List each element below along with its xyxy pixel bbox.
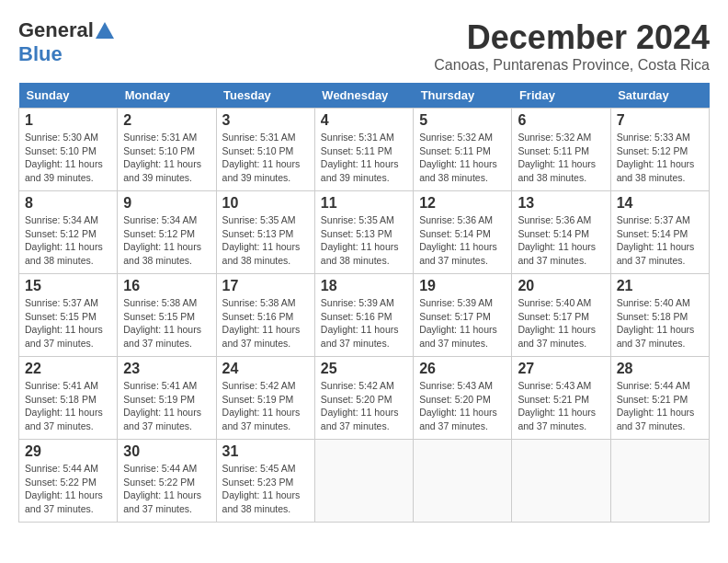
- day-number: 8: [25, 195, 111, 212]
- day-number: 9: [123, 195, 210, 212]
- day-info: Sunrise: 5:37 AM Sunset: 5:14 PM Dayligh…: [617, 213, 703, 268]
- svg-marker-0: [96, 22, 114, 39]
- day-number: 22: [25, 361, 111, 377]
- header-monday: Monday: [118, 83, 216, 109]
- day-info: Sunrise: 5:36 AM Sunset: 5:14 PM Dayligh…: [419, 213, 506, 268]
- day-number: 3: [222, 112, 309, 129]
- day-info: Sunrise: 5:43 AM Sunset: 5:20 PM Dayligh…: [419, 379, 506, 433]
- day-number: 25: [321, 361, 407, 377]
- day-info: Sunrise: 5:31 AM Sunset: 5:11 PM Dayligh…: [321, 131, 407, 185]
- day-number: 31: [222, 443, 309, 460]
- day-info: Sunrise: 5:44 AM Sunset: 5:22 PM Dayligh…: [25, 462, 111, 516]
- day-cell-5: 5 Sunrise: 5:32 AM Sunset: 5:11 PM Dayli…: [414, 109, 512, 191]
- day-info: Sunrise: 5:35 AM Sunset: 5:13 PM Dayligh…: [321, 213, 407, 268]
- day-number: 2: [123, 112, 210, 129]
- day-info: Sunrise: 5:44 AM Sunset: 5:22 PM Dayligh…: [123, 462, 210, 516]
- day-number: 13: [518, 195, 604, 212]
- title-area: December 2024 Canoas, Puntarenas Provinc…: [434, 18, 710, 74]
- day-number: 16: [123, 278, 210, 294]
- day-cell-1: 1 Sunrise: 5:30 AM Sunset: 5:10 PM Dayli…: [19, 109, 118, 191]
- day-info: Sunrise: 5:43 AM Sunset: 5:21 PM Dayligh…: [518, 379, 604, 433]
- day-cell-21: 21 Sunrise: 5:40 AM Sunset: 5:18 PM Dayl…: [610, 274, 709, 357]
- day-info: Sunrise: 5:34 AM Sunset: 5:12 PM Dayligh…: [123, 213, 210, 268]
- day-number: 1: [25, 112, 111, 129]
- day-info: Sunrise: 5:39 AM Sunset: 5:16 PM Dayligh…: [321, 296, 407, 350]
- day-cell-23: 23 Sunrise: 5:41 AM Sunset: 5:19 PM Dayl…: [118, 357, 216, 440]
- day-cell-7: 7 Sunrise: 5:33 AM Sunset: 5:12 PM Dayli…: [610, 109, 709, 191]
- day-number: 21: [617, 278, 703, 294]
- day-cell-19: 19 Sunrise: 5:39 AM Sunset: 5:17 PM Dayl…: [414, 274, 512, 357]
- day-info: Sunrise: 5:42 AM Sunset: 5:20 PM Dayligh…: [321, 379, 407, 433]
- day-cell-13: 13 Sunrise: 5:36 AM Sunset: 5:14 PM Dayl…: [512, 191, 610, 274]
- logo-icon: [96, 22, 114, 39]
- page-header: General Blue December 2024 Canoas, Punta…: [18, 18, 710, 74]
- day-cell-26: 26 Sunrise: 5:43 AM Sunset: 5:20 PM Dayl…: [414, 357, 512, 440]
- header-wednesday: Wednesday: [314, 83, 413, 109]
- day-number: 15: [25, 278, 111, 294]
- day-info: Sunrise: 5:41 AM Sunset: 5:18 PM Dayligh…: [25, 379, 111, 433]
- day-number: 17: [222, 278, 309, 294]
- day-cell-8: 8 Sunrise: 5:34 AM Sunset: 5:12 PM Dayli…: [19, 191, 118, 274]
- day-cell-20: 20 Sunrise: 5:40 AM Sunset: 5:17 PM Dayl…: [512, 274, 610, 357]
- empty-cell: [610, 440, 709, 523]
- logo-general-text: General: [18, 18, 94, 42]
- day-info: Sunrise: 5:32 AM Sunset: 5:11 PM Dayligh…: [518, 131, 604, 185]
- day-number: 23: [123, 361, 210, 377]
- month-year-title: December 2024: [434, 18, 710, 57]
- day-info: Sunrise: 5:37 AM Sunset: 5:15 PM Dayligh…: [25, 296, 111, 350]
- empty-cell: [414, 440, 512, 523]
- calendar-table: Sunday Monday Tuesday Wednesday Thursday…: [18, 83, 710, 523]
- location-subtitle: Canoas, Puntarenas Province, Costa Rica: [434, 57, 710, 74]
- empty-cell: [314, 440, 413, 523]
- day-cell-28: 28 Sunrise: 5:44 AM Sunset: 5:21 PM Dayl…: [610, 357, 709, 440]
- day-number: 26: [419, 361, 506, 377]
- day-number: 24: [222, 361, 309, 377]
- calendar-week-row: 29 Sunrise: 5:44 AM Sunset: 5:22 PM Dayl…: [19, 440, 710, 523]
- day-info: Sunrise: 5:33 AM Sunset: 5:12 PM Dayligh…: [617, 131, 703, 185]
- day-info: Sunrise: 5:32 AM Sunset: 5:11 PM Dayligh…: [419, 131, 506, 185]
- day-info: Sunrise: 5:36 AM Sunset: 5:14 PM Dayligh…: [518, 213, 604, 268]
- day-number: 5: [419, 112, 506, 129]
- header-saturday: Saturday: [610, 83, 709, 109]
- day-info: Sunrise: 5:41 AM Sunset: 5:19 PM Dayligh…: [123, 379, 210, 433]
- day-number: 10: [222, 195, 309, 212]
- day-cell-3: 3 Sunrise: 5:31 AM Sunset: 5:10 PM Dayli…: [216, 109, 314, 191]
- day-cell-25: 25 Sunrise: 5:42 AM Sunset: 5:20 PM Dayl…: [314, 357, 413, 440]
- day-cell-31: 31 Sunrise: 5:45 AM Sunset: 5:23 PM Dayl…: [216, 440, 314, 523]
- day-cell-11: 11 Sunrise: 5:35 AM Sunset: 5:13 PM Dayl…: [314, 191, 413, 274]
- day-cell-22: 22 Sunrise: 5:41 AM Sunset: 5:18 PM Dayl…: [19, 357, 118, 440]
- calendar-week-row: 22 Sunrise: 5:41 AM Sunset: 5:18 PM Dayl…: [19, 357, 710, 440]
- calendar-week-row: 15 Sunrise: 5:37 AM Sunset: 5:15 PM Dayl…: [19, 274, 710, 357]
- day-cell-24: 24 Sunrise: 5:42 AM Sunset: 5:19 PM Dayl…: [216, 357, 314, 440]
- calendar-week-row: 1 Sunrise: 5:30 AM Sunset: 5:10 PM Dayli…: [19, 109, 710, 191]
- day-info: Sunrise: 5:31 AM Sunset: 5:10 PM Dayligh…: [123, 131, 210, 185]
- day-cell-30: 30 Sunrise: 5:44 AM Sunset: 5:22 PM Dayl…: [118, 440, 216, 523]
- header-tuesday: Tuesday: [216, 83, 314, 109]
- header-thursday: Thursday: [414, 83, 512, 109]
- day-number: 6: [518, 112, 604, 129]
- day-number: 28: [617, 361, 703, 377]
- day-info: Sunrise: 5:40 AM Sunset: 5:17 PM Dayligh…: [518, 296, 604, 350]
- header-sunday: Sunday: [19, 83, 118, 109]
- day-cell-16: 16 Sunrise: 5:38 AM Sunset: 5:15 PM Dayl…: [118, 274, 216, 357]
- day-info: Sunrise: 5:40 AM Sunset: 5:18 PM Dayligh…: [617, 296, 703, 350]
- day-info: Sunrise: 5:38 AM Sunset: 5:15 PM Dayligh…: [123, 296, 210, 350]
- day-info: Sunrise: 5:31 AM Sunset: 5:10 PM Dayligh…: [222, 131, 309, 185]
- day-info: Sunrise: 5:30 AM Sunset: 5:10 PM Dayligh…: [25, 131, 111, 185]
- header-friday: Friday: [512, 83, 610, 109]
- day-number: 19: [419, 278, 506, 294]
- day-number: 18: [321, 278, 407, 294]
- day-number: 27: [518, 361, 604, 377]
- day-cell-2: 2 Sunrise: 5:31 AM Sunset: 5:10 PM Dayli…: [118, 109, 216, 191]
- logo: General Blue: [18, 18, 114, 66]
- day-cell-6: 6 Sunrise: 5:32 AM Sunset: 5:11 PM Dayli…: [512, 109, 610, 191]
- calendar-week-row: 8 Sunrise: 5:34 AM Sunset: 5:12 PM Dayli…: [19, 191, 710, 274]
- calendar-header-row: Sunday Monday Tuesday Wednesday Thursday…: [19, 83, 710, 109]
- day-number: 12: [419, 195, 506, 212]
- day-cell-4: 4 Sunrise: 5:31 AM Sunset: 5:11 PM Dayli…: [314, 109, 413, 191]
- day-number: 11: [321, 195, 407, 212]
- day-info: Sunrise: 5:45 AM Sunset: 5:23 PM Dayligh…: [222, 462, 309, 516]
- day-info: Sunrise: 5:34 AM Sunset: 5:12 PM Dayligh…: [25, 213, 111, 268]
- day-cell-14: 14 Sunrise: 5:37 AM Sunset: 5:14 PM Dayl…: [610, 191, 709, 274]
- day-number: 4: [321, 112, 407, 129]
